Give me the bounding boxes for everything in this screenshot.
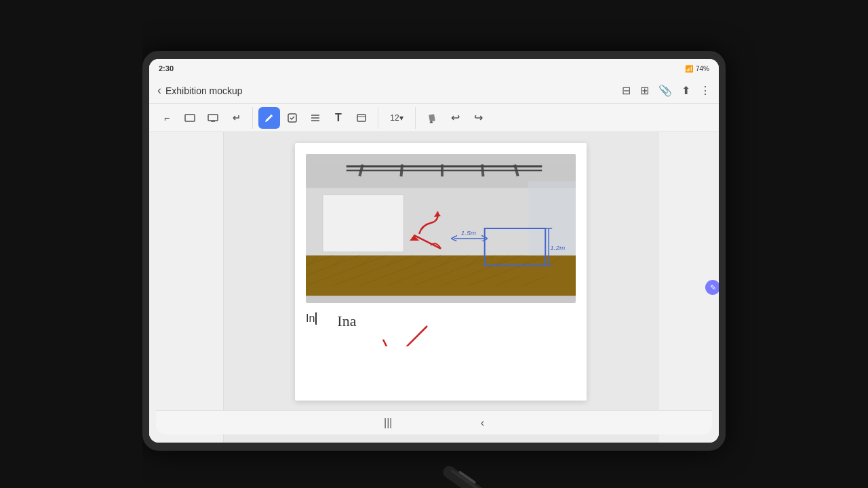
pen-tools-group: T <box>258 107 378 129</box>
size-selector[interactable]: 12▾ <box>384 107 410 129</box>
title-actions: ⊟ ⊞ 📎 ⬆ ⋮ <box>622 84 711 97</box>
rect-outline-tool[interactable] <box>179 107 201 129</box>
undo-button[interactable]: ↩ <box>444 107 466 129</box>
svg-line-69 <box>383 340 393 346</box>
black-bar-left <box>0 0 142 488</box>
svg-rect-0 <box>185 115 195 121</box>
black-bar-right <box>800 0 868 488</box>
share-button[interactable]: ⬆ <box>682 84 690 97</box>
document-title: Exhibition mockup <box>165 85 622 96</box>
svg-rect-1 <box>208 115 218 121</box>
stylus-pen <box>434 458 618 488</box>
edit-tools-group: ↩ ↪ <box>421 107 494 129</box>
checkbox-tool[interactable] <box>281 107 303 129</box>
status-icons: 📶 74% <box>685 65 709 73</box>
tablet-screen: 2:30 📶 74% ‹ Exhibition mockup ⊟ ⊞ 📎 ⬆ ⋮ <box>149 59 719 443</box>
scene: 2:30 📶 74% ‹ Exhibition mockup ⊟ ⊞ 📎 ⬆ ⋮ <box>0 0 868 488</box>
enter-tool[interactable] <box>225 107 247 129</box>
status-time: 2:30 <box>159 64 174 73</box>
tablet-body: 2:30 📶 74% ‹ Exhibition mockup ⊟ ⊞ 📎 ⬆ ⋮ <box>142 51 726 451</box>
bottom-navigation-bar: ||| ‹ <box>156 410 712 434</box>
menu-button[interactable]: ||| <box>384 417 392 429</box>
text-content-area: In Ina <box>306 312 576 330</box>
text-cursor <box>315 312 317 325</box>
grid-view-button[interactable]: ⊞ <box>640 84 649 97</box>
svg-text:1.5m: 1.5m <box>461 229 476 237</box>
typed-text: In <box>306 312 315 325</box>
shape-tools-group: ⌐ <box>156 107 253 129</box>
gallery-svg: 1.5m 1.2m <box>306 154 576 303</box>
back-button[interactable]: ‹ <box>157 83 161 98</box>
frame-tool[interactable] <box>351 107 372 129</box>
attach-button[interactable]: 📎 <box>658 84 672 97</box>
svg-rect-56 <box>323 195 403 252</box>
battery-icon: 74% <box>696 65 709 73</box>
title-bar: ‹ Exhibition mockup ⊟ ⊞ 📎 ⬆ ⋮ <box>149 78 719 104</box>
document-area[interactable]: 1.5m 1.2m <box>224 132 658 443</box>
right-panel: ✎ <box>658 132 719 443</box>
toolbar: ⌐ <box>149 104 719 132</box>
curve-tool[interactable]: ⌐ <box>156 107 178 129</box>
gallery-image: 1.5m 1.2m <box>306 154 576 303</box>
list-tool[interactable] <box>304 107 326 129</box>
stylus-svg <box>436 458 618 488</box>
split-view-button[interactable]: ⊟ <box>622 84 631 97</box>
svg-text:1.2m: 1.2m <box>550 244 565 251</box>
redo-button[interactable]: ↪ <box>467 107 489 129</box>
typed-text-area: In <box>306 312 317 330</box>
size-group: 12▾ <box>384 107 416 129</box>
quick-action-button[interactable]: ✎ <box>705 280 719 295</box>
left-panel <box>149 132 224 443</box>
status-bar: 2:30 📶 74% <box>149 59 719 78</box>
nav-back-button[interactable]: ‹ <box>481 417 484 429</box>
main-content-area: 1.5m 1.2m <box>149 132 719 443</box>
screen-tool[interactable] <box>202 107 224 129</box>
more-options-button[interactable]: ⋮ <box>700 84 711 97</box>
handwritten-text: Ina <box>337 312 356 329</box>
signal-icon: 📶 <box>685 65 693 73</box>
pen-tool[interactable] <box>258 107 280 129</box>
text-tool[interactable]: T <box>328 107 349 129</box>
svg-rect-9 <box>429 114 435 121</box>
highlighter-tool[interactable] <box>421 107 443 129</box>
svg-rect-7 <box>357 115 366 121</box>
document-page: 1.5m 1.2m <box>295 143 587 401</box>
handwritten-text-area: Ina <box>337 312 356 330</box>
